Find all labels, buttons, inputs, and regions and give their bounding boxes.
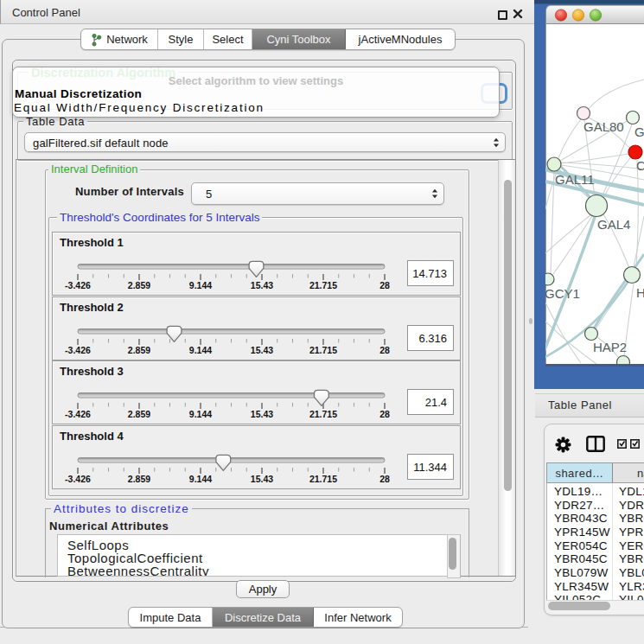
svg-text:2.859: 2.859 <box>128 280 150 290</box>
svg-text:9.144: 9.144 <box>189 474 212 484</box>
svg-text:9.144: 9.144 <box>189 280 212 290</box>
svg-text:GAL80: GAL80 <box>583 119 624 134</box>
svg-text:CY: CY <box>636 158 644 173</box>
svg-text:28: 28 <box>379 345 390 355</box>
svg-text:15.43: 15.43 <box>251 345 273 355</box>
svg-text:2.859: 2.859 <box>128 345 150 355</box>
svg-text:H: H <box>636 285 644 300</box>
svg-text:GA: GA <box>634 124 644 139</box>
svg-text:GAL11: GAL11 <box>555 172 595 187</box>
svg-text:21.715: 21.715 <box>309 345 337 355</box>
svg-text:15.43: 15.43 <box>251 409 273 419</box>
svg-text:21.715: 21.715 <box>309 474 337 484</box>
svg-text:-3.426: -3.426 <box>65 474 91 484</box>
svg-text:28: 28 <box>379 474 390 484</box>
svg-text:-3.426: -3.426 <box>65 409 91 419</box>
svg-text:2.859: 2.859 <box>128 474 150 484</box>
svg-text:-3.426: -3.426 <box>65 345 91 355</box>
svg-text:15.43: 15.43 <box>251 280 273 290</box>
svg-text:HAP2: HAP2 <box>593 340 627 354</box>
svg-text:15.43: 15.43 <box>251 474 273 484</box>
svg-text:28: 28 <box>379 409 390 419</box>
svg-text:9.144: 9.144 <box>189 409 212 419</box>
svg-text:9.144: 9.144 <box>189 345 212 355</box>
svg-text:GCY1: GCY1 <box>545 286 580 301</box>
svg-text:GAL4: GAL4 <box>597 217 630 232</box>
svg-text:21.715: 21.715 <box>309 280 337 290</box>
svg-text:21.715: 21.715 <box>309 409 337 419</box>
svg-text:28: 28 <box>379 280 390 290</box>
svg-text:2.859: 2.859 <box>128 409 150 419</box>
svg-text:-3.426: -3.426 <box>65 280 91 290</box>
